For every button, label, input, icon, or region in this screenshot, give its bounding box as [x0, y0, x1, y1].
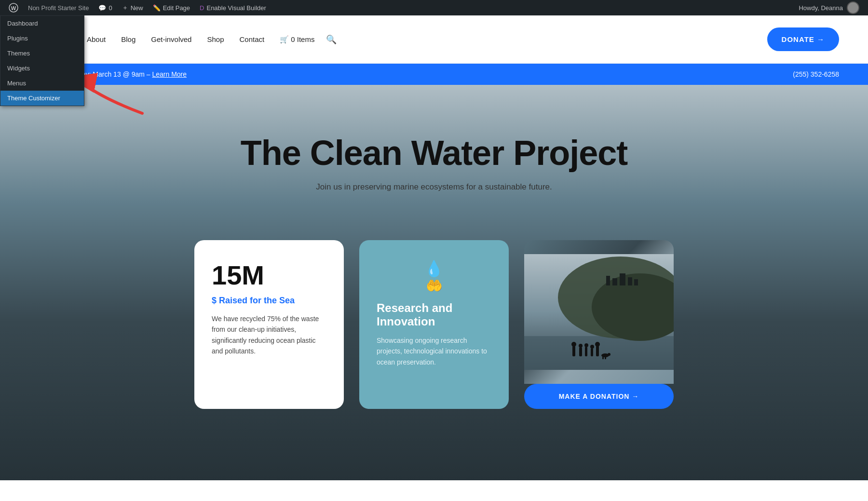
- site-name-label: Non Profit Starter Site: [28, 4, 89, 12]
- svg-rect-11: [634, 279, 638, 285]
- drop-icon: 💧: [424, 259, 444, 278]
- svg-point-13: [571, 342, 576, 347]
- dropdown-item-themes[interactable]: Themes: [0, 46, 84, 61]
- dropdown-item-theme-customizer[interactable]: Theme Customizer: [0, 91, 84, 106]
- new-item[interactable]: ＋ New: [117, 0, 148, 15]
- svg-point-17: [584, 343, 588, 347]
- svg-rect-20: [596, 346, 599, 356]
- card-raised: 15M $ Raised for the Sea We have recycle…: [194, 240, 344, 409]
- visual-builder-label: Enable Visual Builder: [206, 4, 266, 12]
- dropdown-item-menus[interactable]: Menus: [0, 76, 84, 91]
- dropdown-item-widgets[interactable]: Widgets: [0, 61, 84, 76]
- nav-shop[interactable]: Shop: [201, 31, 230, 47]
- svg-rect-18: [591, 348, 593, 356]
- card-label: $ Raised for the Sea: [212, 296, 326, 306]
- svg-rect-25: [605, 356, 606, 359]
- wp-logo-item[interactable]: W: [4, 0, 23, 15]
- wp-logo-icon: W: [9, 3, 18, 13]
- howdy-section[interactable]: Howdy, Deanna: [794, 1, 864, 14]
- new-icon: ＋: [122, 3, 128, 12]
- svg-rect-8: [612, 278, 617, 285]
- comments-item[interactable]: 💬 0: [94, 0, 117, 15]
- visual-builder-item[interactable]: D Enable Visual Builder: [195, 0, 271, 15]
- site-nav: About Blog Get-involved Shop Contact 🛒 0…: [81, 31, 767, 48]
- comments-count: 0: [108, 4, 112, 12]
- admin-bar-left: W Non Profit Starter Site 💬 0 ＋ New ✏️ E…: [4, 0, 271, 15]
- nav-contact[interactable]: Contact: [234, 31, 271, 47]
- card-blue-title: Research and Innovation: [377, 301, 491, 328]
- card-stat: 15M: [212, 259, 326, 291]
- divi-icon: D: [200, 4, 204, 12]
- card-photo: MAKE A DONATION →: [524, 240, 674, 409]
- site-name-item[interactable]: Non Profit Starter Site: [23, 0, 94, 15]
- make-donation-label: MAKE A DONATION →: [559, 393, 639, 400]
- svg-point-15: [579, 344, 583, 348]
- announcement-phone: (255) 352-6258: [793, 70, 839, 78]
- coastal-illustration: [524, 240, 674, 384]
- svg-rect-7: [606, 276, 610, 285]
- svg-rect-10: [628, 277, 632, 285]
- user-avatar: [847, 1, 859, 14]
- appearance-dropdown: Dashboard Plugins Themes Widgets Menus T…: [0, 15, 84, 106]
- edit-page-item[interactable]: ✏️ Edit Page: [148, 0, 195, 15]
- make-donation-button[interactable]: MAKE A DONATION →: [524, 384, 674, 409]
- svg-rect-24: [602, 356, 604, 359]
- water-drop-icon: 💧 🤲: [377, 259, 491, 294]
- edit-icon: ✏️: [153, 4, 161, 12]
- svg-point-19: [590, 345, 594, 349]
- announcement-link[interactable]: Learn More: [152, 70, 187, 78]
- nav-get-involved[interactable]: Get-involved: [145, 31, 197, 47]
- new-label: New: [131, 4, 143, 12]
- card-text: We have recycled 75% of the waste from o…: [212, 313, 326, 357]
- nav-blog[interactable]: Blog: [115, 31, 141, 47]
- nav-about[interactable]: About: [81, 31, 111, 47]
- cards-row: 15M $ Raised for the Sea We have recycle…: [156, 240, 712, 409]
- svg-rect-16: [585, 347, 587, 356]
- svg-rect-14: [579, 347, 582, 356]
- cart-label: 0 Items: [291, 35, 314, 43]
- admin-bar-right: Howdy, Deanna: [794, 1, 864, 14]
- hero-title: The Clean Water Project: [241, 133, 628, 173]
- card-blue-text: Showcasing ongoing research projects, te…: [377, 335, 491, 367]
- hero-section: The Clean Water Project Join us in prese…: [0, 85, 868, 480]
- photo-placeholder: [524, 240, 674, 384]
- nav-cart[interactable]: 🛒 0 Items: [274, 31, 320, 48]
- hero-subtitle: Join us in preserving marine ecosystems …: [316, 182, 552, 192]
- announcement-bar: Beach Cleanup Day: March 13 @ 9am – Lear…: [0, 64, 868, 85]
- dropdown-item-dashboard[interactable]: Dashboard: [0, 16, 84, 31]
- donate-button[interactable]: DONATE →: [767, 27, 839, 51]
- edit-page-label: Edit Page: [163, 4, 190, 12]
- hand-icon: 🤲: [426, 278, 443, 294]
- card-research: 💧 🤲 Research and Innovation Showcasing o…: [359, 240, 509, 409]
- howdy-text: Howdy, Deanna: [799, 4, 843, 12]
- svg-point-23: [608, 353, 610, 356]
- cart-icon: 🛒: [280, 35, 289, 44]
- svg-rect-9: [620, 273, 625, 285]
- dropdown-item-plugins[interactable]: Plugins: [0, 31, 84, 46]
- wp-admin-bar: W Non Profit Starter Site 💬 0 ＋ New ✏️ E…: [0, 0, 868, 15]
- site-header: D About Blog Get-involved Shop Contact 🛒…: [0, 15, 868, 64]
- svg-text:W: W: [11, 5, 16, 11]
- donate-label: DONATE →: [782, 35, 825, 43]
- svg-point-21: [595, 342, 600, 347]
- comments-icon: 💬: [98, 4, 106, 12]
- search-icon[interactable]: 🔍: [326, 34, 337, 45]
- svg-rect-12: [572, 346, 575, 356]
